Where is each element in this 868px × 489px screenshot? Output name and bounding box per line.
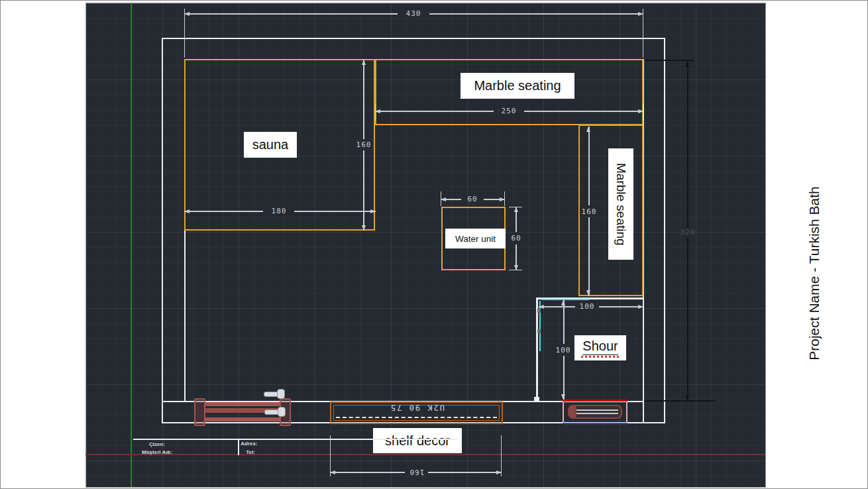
faucet-knob-icon (277, 389, 285, 399)
shelf-marking-text: U2K 90 75 (372, 402, 462, 412)
dim-shelf-width-line (330, 472, 405, 473)
dim-overall-width-text: 430 (398, 9, 429, 18)
dim-arrow-icon (184, 209, 190, 213)
dim-overall-width-line (184, 13, 398, 15)
dim-shower-width-text: 100 (575, 302, 599, 311)
outer-wall-left (162, 38, 163, 423)
title-block-address: Adres: (233, 441, 266, 447)
slide-page: U2K 90 75 430 250 160 180 60 60 160 (0, 0, 868, 489)
dim-extension-line (184, 9, 185, 58)
dim-extension-line (643, 9, 643, 58)
outer-wall-right (664, 38, 665, 423)
title-block-phone: Tel: (234, 449, 267, 455)
dim-water-width-text: 60 (462, 195, 483, 203)
dim-arrow-icon (375, 109, 380, 113)
dim-arrow-icon (441, 197, 446, 201)
dim-sauna-width-text: 180 (264, 207, 294, 215)
faucet-knob-icon (278, 407, 286, 417)
dim-arrow-icon (362, 60, 366, 65)
dim-shower-width-line (599, 306, 643, 307)
shower-wall-foot (534, 397, 539, 401)
dim-arrow-icon (539, 305, 544, 309)
dim-arrow-icon (370, 209, 376, 213)
dim-overall-depth-line (687, 238, 688, 400)
dim-arrow-icon (586, 290, 590, 296)
dim-arrow-icon (561, 300, 565, 305)
dim-overall-depth-text: 320 (677, 228, 698, 237)
label-shower-text: Shour (582, 339, 618, 355)
dim-shelf-width-text: 160 (406, 468, 428, 476)
outer-wall-top (162, 38, 665, 39)
dim-arrow-icon (184, 12, 190, 16)
dim-arrow-icon (561, 394, 565, 400)
label-water-unit: Water unit (445, 229, 506, 248)
dim-arrow-icon (685, 395, 689, 400)
shower-lounger-slat (572, 409, 618, 411)
dim-shower-width-line (539, 306, 575, 307)
dim-arrow-icon (638, 109, 643, 113)
dim-right-seating-text: 160 (578, 207, 600, 216)
label-marble-seating-right: Marble seating (608, 148, 634, 260)
spellcheck-squiggle (581, 356, 620, 358)
dim-shower-depth-line (563, 300, 565, 344)
shelf-centerline (336, 417, 497, 418)
dim-sauna-depth-line (363, 150, 364, 231)
dim-arrow-icon (685, 62, 689, 67)
dim-sauna-width-line (294, 211, 376, 212)
dim-sauna-depth-line (363, 60, 364, 139)
dim-arrow-icon (638, 12, 643, 16)
red-guide-line (85, 454, 765, 455)
title-block-line (133, 439, 458, 440)
dim-top-seating-line (524, 111, 643, 112)
dim-overall-depth-tick (645, 400, 716, 402)
dim-sauna-width-line (184, 211, 263, 212)
ucs-green-axis-line (131, 3, 132, 487)
dim-arrow-icon (514, 265, 518, 270)
project-side-title: Project Name - Turkish Bath (806, 161, 823, 386)
label-shelf-decor: shelf decor (373, 428, 462, 453)
dim-arrow-icon (514, 207, 518, 212)
dim-top-seating-text: 250 (494, 107, 524, 115)
shower-wall-left (536, 298, 538, 401)
dim-arrow-icon (362, 225, 366, 231)
shower-lounger-headrest (569, 406, 576, 417)
shower-glass-horizontal (541, 299, 589, 300)
dim-arrow-icon (638, 305, 643, 309)
dim-right-seating-line (588, 217, 590, 296)
title-block-drawn-by: Çizen: (137, 441, 177, 447)
dim-shower-depth-line (563, 356, 565, 400)
dim-overall-width-line (429, 13, 643, 15)
label-sauna: sauna (244, 132, 297, 158)
dim-top-seating-line (375, 111, 494, 112)
bench-rail (205, 417, 280, 421)
dim-right-seating-line (588, 127, 590, 205)
dim-shower-depth-text: 100 (553, 346, 574, 354)
shower-tray-top-edge (563, 400, 627, 402)
dim-sauna-depth-text: 160 (353, 140, 374, 149)
dim-arrow-icon (500, 197, 505, 201)
dim-water-depth-text: 60 (508, 234, 524, 243)
dim-shelf-width-line (428, 472, 502, 473)
bench-rail (205, 402, 280, 406)
label-shower: Shour (574, 335, 626, 360)
dim-overall-depth-tick (645, 60, 694, 61)
shower-tray-bottom-edge (563, 423, 627, 424)
shower-glass-hinge (537, 309, 541, 313)
label-marble-seating-top: Marble seating (461, 73, 574, 99)
dim-arrow-icon (586, 127, 590, 132)
shower-glass-hinge (537, 329, 541, 333)
dim-overall-depth-line (687, 62, 688, 227)
shower-lounger-slat (572, 413, 618, 414)
bench-post-left (194, 398, 205, 426)
dim-arrow-icon (330, 470, 335, 474)
dim-arrow-icon (496, 470, 502, 474)
title-block-customer: Müşteri Adı: (131, 449, 184, 455)
